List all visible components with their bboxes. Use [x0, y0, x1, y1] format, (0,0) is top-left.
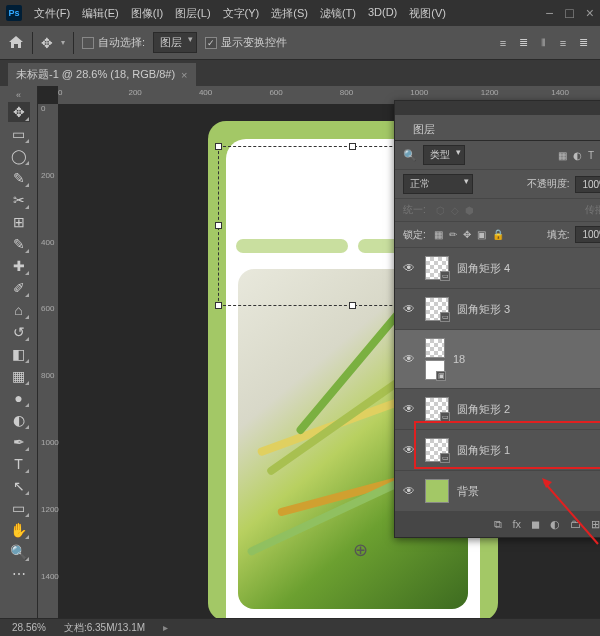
auto-select-checkbox[interactable]: 自动选择:	[82, 35, 145, 50]
layer-name[interactable]: 圆角矩形 1	[457, 443, 510, 458]
layer-item[interactable]: 👁 ▭ 圆角矩形 2	[395, 389, 600, 430]
lock-all-icon[interactable]: 🔒	[492, 229, 504, 240]
doc-info[interactable]: 文档:6.35M/13.1M	[64, 621, 145, 635]
menu-bar: 文件(F) 编辑(E) 图像(I) 图层(L) 文字(Y) 选择(S) 滤镜(T…	[30, 4, 450, 23]
layers-tab[interactable]: 图层	[405, 119, 443, 140]
layer-item[interactable]: 👁 ▭ 圆角矩形 1	[395, 430, 600, 471]
menu-3d[interactable]: 3D(D)	[364, 4, 401, 23]
eyedropper-tool[interactable]: ✎	[8, 234, 30, 254]
layer-name[interactable]: 18	[453, 353, 465, 365]
align-icon[interactable]: ≡	[494, 35, 512, 51]
brush-tool[interactable]: ✐	[8, 278, 30, 298]
show-transform-checkbox[interactable]: ✓ 显示变换控件	[205, 35, 287, 50]
align-icon[interactable]: ⫴	[534, 35, 552, 51]
layer-name[interactable]: 圆角矩形 2	[457, 402, 510, 417]
move-tool-icon[interactable]: ✥	[41, 35, 53, 51]
layer-item-selected[interactable]: 👁 ▣ 18	[395, 330, 600, 389]
opacity-input[interactable]: 100%	[575, 176, 600, 193]
titlebar: Ps 文件(F) 编辑(E) 图像(I) 图层(L) 文字(Y) 选择(S) 滤…	[0, 0, 600, 26]
fill-input[interactable]: 100%	[575, 226, 600, 243]
pen-tool[interactable]: ✒	[8, 432, 30, 452]
healing-tool[interactable]: ✚	[8, 256, 30, 276]
visibility-icon[interactable]: 👁	[403, 402, 417, 416]
type-tool[interactable]: T	[8, 454, 30, 474]
anchor-icon: ⊕	[353, 539, 368, 561]
crop-tool[interactable]: ✂	[8, 190, 30, 210]
minimize-button[interactable]: −	[545, 5, 553, 21]
canvas[interactable]: 0 200 400 600 800 1000 1200 1400 0 200 4…	[38, 86, 600, 618]
lock-pos-icon[interactable]: ✥	[463, 229, 471, 240]
visibility-icon[interactable]: 👁	[403, 352, 417, 366]
eraser-tool[interactable]: ◧	[8, 344, 30, 364]
menu-type[interactable]: 文字(Y)	[219, 4, 264, 23]
tab-close-icon[interactable]: ×	[181, 69, 187, 81]
layer-mask-icon[interactable]: ◼	[531, 518, 540, 531]
gradient-tool[interactable]: ▦	[8, 366, 30, 386]
quick-select-tool[interactable]: ✎	[8, 168, 30, 188]
blur-tool[interactable]: ●	[8, 388, 30, 408]
lock-artboard-icon[interactable]: ▣	[477, 229, 486, 240]
move-tool[interactable]: ✥	[8, 102, 30, 122]
lock-trans-icon[interactable]: ▦	[434, 229, 443, 240]
layer-style-icon[interactable]: fx	[512, 518, 521, 531]
filter-pixel-icon[interactable]: ▦	[558, 150, 567, 161]
layer-list: 👁 ▭ 圆角矩形 4 👁 ▭ 圆角矩形 3 👁 ▣ 18	[395, 248, 600, 512]
visibility-icon[interactable]: 👁	[403, 484, 417, 498]
document-tab[interactable]: 未标题-1 @ 28.6% (18, RGB/8#) ×	[8, 63, 196, 86]
adjustment-layer-icon[interactable]: ◐	[550, 518, 560, 531]
menu-filter[interactable]: 滤镜(T)	[316, 4, 360, 23]
home-icon[interactable]	[8, 35, 24, 51]
lasso-tool[interactable]: ◯	[8, 146, 30, 166]
visibility-icon[interactable]: 👁	[403, 443, 417, 457]
options-bar: ✥ ▾ 自动选择: 图层 ✓ 显示变换控件 ≡ ≣ ⫴ ≡ ≣	[0, 26, 600, 60]
propagate-label: 传播帧 1	[585, 204, 600, 215]
stamp-tool[interactable]: ⌂	[8, 300, 30, 320]
hand-tool[interactable]: ✋	[8, 520, 30, 540]
lock-pixel-icon[interactable]: ✏	[449, 229, 457, 240]
layer-name[interactable]: 背景	[457, 484, 479, 499]
history-brush-tool[interactable]: ↺	[8, 322, 30, 342]
menu-layer[interactable]: 图层(L)	[171, 4, 214, 23]
visibility-icon[interactable]: 👁	[403, 302, 417, 316]
maximize-button[interactable]: □	[565, 5, 573, 21]
marquee-tool[interactable]: ▭	[8, 124, 30, 144]
layer-name[interactable]: 圆角矩形 4	[457, 261, 510, 276]
zoom-tool[interactable]: 🔍	[8, 542, 30, 562]
filter-type-icon[interactable]: T	[588, 150, 594, 161]
layer-item[interactable]: 👁 ▭ 圆角矩形 3	[395, 289, 600, 330]
dodge-tool[interactable]: ◐	[8, 410, 30, 430]
shape-tool[interactable]: ▭	[8, 498, 30, 518]
edit-toolbar[interactable]: ⋯	[8, 564, 30, 584]
visibility-icon[interactable]: 👁	[403, 261, 417, 275]
menu-edit[interactable]: 编辑(E)	[78, 4, 123, 23]
link-layers-icon[interactable]: ⧉	[494, 518, 502, 531]
window-controls: − □ ×	[545, 5, 594, 21]
align-icon[interactable]: ≣	[514, 35, 532, 51]
document-tabs: 未标题-1 @ 28.6% (18, RGB/8#) ×	[0, 60, 600, 86]
status-chevron-icon[interactable]: ▸	[163, 622, 168, 633]
layer-name[interactable]: 圆角矩形 3	[457, 302, 510, 317]
group-icon[interactable]: 🗀	[570, 518, 581, 531]
menu-file[interactable]: 文件(F)	[30, 4, 74, 23]
path-select-tool[interactable]: ↖	[8, 476, 30, 496]
align-icon[interactable]: ≡	[554, 35, 572, 51]
new-layer-icon[interactable]: ⊞	[591, 518, 600, 531]
auto-select-target[interactable]: 图层	[153, 32, 197, 53]
lock-label: 锁定:	[403, 228, 426, 242]
layer-item-background[interactable]: 👁 背景 🔒	[395, 471, 600, 512]
tab-title: 未标题-1 @ 28.6% (18, RGB/8#)	[16, 67, 175, 82]
show-transform-label: 显示变换控件	[221, 35, 287, 50]
filter-type-dropdown[interactable]: 类型	[423, 145, 465, 165]
align-icon[interactable]: ≣	[574, 35, 592, 51]
close-button[interactable]: ×	[586, 5, 594, 21]
menu-image[interactable]: 图像(I)	[127, 4, 167, 23]
layer-item[interactable]: 👁 ▭ 圆角矩形 4	[395, 248, 600, 289]
menu-view[interactable]: 视图(V)	[405, 4, 450, 23]
ruler-vertical: 0 200 400 600 800 1000 1200 1400	[38, 104, 58, 618]
filter-adjust-icon[interactable]: ◐	[573, 150, 582, 161]
zoom-level[interactable]: 28.56%	[12, 622, 46, 633]
app-logo: Ps	[6, 5, 22, 21]
menu-select[interactable]: 选择(S)	[267, 4, 312, 23]
frame-tool[interactable]: ⊞	[8, 212, 30, 232]
blend-mode-dropdown[interactable]: 正常	[403, 174, 473, 194]
